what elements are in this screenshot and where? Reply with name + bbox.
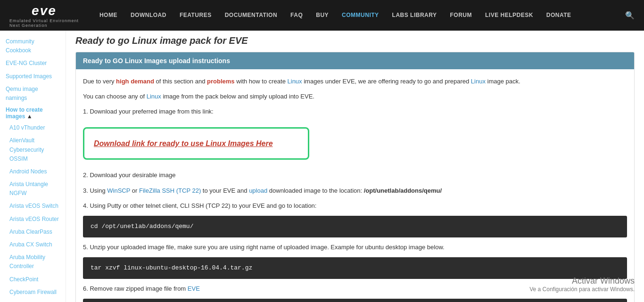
content-box-header: Ready to GO Linux Images upload instruct…	[76, 52, 634, 69]
nav-community[interactable]: COMMUNITY	[335, 0, 386, 31]
step4-text: 4. Using Putty or other telnet client, C…	[83, 201, 627, 211]
sidebar-item-qemu-namings[interactable]: Qemu image namings	[0, 83, 66, 105]
sidebar-item-arista-veos-router[interactable]: Arista vEOS Router	[0, 213, 66, 226]
sidebar-item-community-cookbook[interactable]: Community Cookbook	[0, 35, 66, 57]
logo[interactable]: eve Emulated Virtual EnvironmentNext Gen…	[9, 3, 79, 28]
nav-download[interactable]: DOWNLOAD	[124, 0, 173, 31]
para1: Due to very high demand of this section …	[83, 76, 627, 87]
para2: You can choose any of Linux image from t…	[83, 91, 627, 102]
sidebar-item-alienvault[interactable]: AlienVault Cybersecurity OSSIM	[0, 134, 66, 165]
step5-text: 5. Unzip your uploaded image file, make …	[83, 242, 627, 253]
highlight-problems: problems	[207, 78, 235, 85]
sidebar-item-supported-images[interactable]: Supported Images	[0, 70, 66, 83]
sidebar-item-aruba-cx[interactable]: Aruba CX Switch	[0, 238, 66, 251]
highlight-demand: high demand	[116, 78, 154, 85]
sidebar-item-a10[interactable]: A10 vThunder	[0, 122, 66, 134]
download-link-box: Download link for ready to use Linux Ima…	[83, 127, 309, 160]
nav-documentation[interactable]: DOCUMENTATION	[218, 0, 284, 31]
nav-faq[interactable]: FAQ	[284, 0, 309, 31]
filezilla-text: FileZilla SSH (TCP 22)	[139, 187, 201, 194]
code-block-2: tar xzvf linux-ubuntu-desktop-16.04.4.ta…	[83, 257, 627, 279]
upload-text: upload	[249, 187, 267, 194]
winscp-text: WinSCP	[107, 187, 130, 194]
nav-forum[interactable]: FORUM	[443, 0, 479, 31]
highlight-linux3: Linux	[147, 93, 161, 100]
sidebar-item-eve-ng-cluster[interactable]: EVE-NG Cluster	[0, 57, 66, 70]
sidebar-item-cyberoam[interactable]: Cyberoam Firewall	[0, 286, 66, 299]
sidebar: Community Cookbook EVE-NG Cluster Suppor…	[0, 31, 66, 302]
nav-helpdesk[interactable]: LIVE HELPDESK	[479, 0, 540, 31]
search-icon[interactable]: 🔍	[625, 11, 635, 20]
logo-sub: Emulated Virtual EnvironmentNext Generat…	[9, 18, 79, 28]
code-block-1: cd /opt/unetlab/addons/qemu/	[83, 216, 627, 237]
code-block-3: rm -f linux-ubuntu-desktop-16.04.4.tar.g…	[83, 299, 627, 302]
content-box: Ready to GO Linux Images upload instruct…	[75, 52, 635, 302]
nav-features[interactable]: FEATURES	[173, 0, 218, 31]
highlight-linux1: Linux	[288, 78, 302, 85]
step6-text: 6. Remove raw zipped image file from EVE	[83, 284, 627, 294]
page-layout: Community Cookbook EVE-NG Cluster Suppor…	[0, 31, 644, 302]
sidebar-section-how-to-create[interactable]: How to create images ▲	[0, 105, 66, 122]
main-content: Ready to go Linux image pack for EVE Rea…	[66, 31, 644, 302]
sidebar-item-checkpoint[interactable]: CheckPoint	[0, 273, 66, 286]
sidebar-item-android[interactable]: Android Nodes	[0, 165, 66, 178]
highlight-linux2: Linux	[471, 78, 486, 85]
content-box-body: Due to very high demand of this section …	[76, 69, 634, 302]
step2-text: 2. Download your desirable image	[83, 170, 627, 180]
nav-labs[interactable]: LABS LIBRARY	[386, 0, 444, 31]
nav-links: HOME DOWNLOAD FEATURES DOCUMENTATION FAQ…	[93, 0, 625, 31]
download-link[interactable]: Download link for ready to use Linux Ima…	[94, 139, 273, 147]
step3-text: 3. Using WinSCP or FileZilla SSH (TCP 22…	[83, 186, 627, 196]
top-nav: eve Emulated Virtual EnvironmentNext Gen…	[0, 0, 644, 31]
sidebar-item-cisco-acs[interactable]: Cisco ACS	[0, 299, 66, 302]
nav-donate[interactable]: DONATE	[540, 0, 578, 31]
page-title: Ready to go Linux image pack for EVE	[75, 35, 635, 46]
eve-text: EVE	[188, 285, 200, 292]
sidebar-item-arista-untangle[interactable]: Arista Untangle NGFW	[0, 178, 66, 200]
step1-text: 1. Download your preferred image from th…	[83, 106, 627, 117]
sidebar-item-aruba-clearpass[interactable]: Aruba ClearPass	[0, 226, 66, 238]
nav-home[interactable]: HOME	[93, 0, 124, 31]
logo-text: eve	[32, 3, 57, 18]
nav-buy[interactable]: BUY	[309, 0, 335, 31]
sidebar-item-arista-veos-switch[interactable]: Arista vEOS Switch	[0, 200, 66, 212]
sidebar-item-aruba-mobility[interactable]: Aruba Mobility Controller	[0, 251, 66, 273]
